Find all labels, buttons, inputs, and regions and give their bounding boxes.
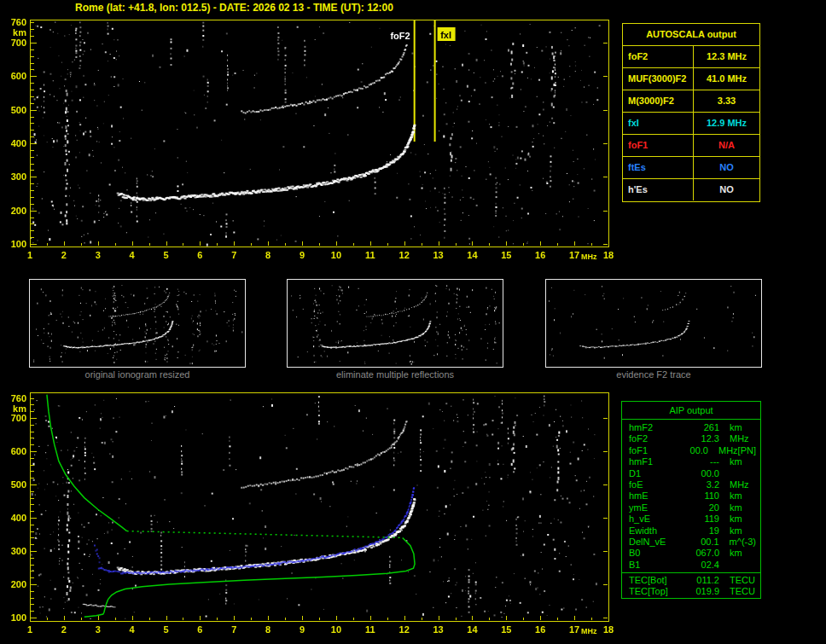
ionogram-plot-canvas — [0, 14, 619, 270]
parameter-label: B1 — [622, 560, 683, 571]
parameter-note — [756, 525, 760, 537]
parameter-note — [756, 422, 760, 433]
parameter-label: ymE — [622, 502, 683, 513]
parameter-value: 19 — [683, 525, 719, 537]
parameter-note — [756, 586, 760, 597]
thumbnail-f2-trace-evidence — [545, 279, 762, 368]
parameter-label: hmE — [622, 490, 683, 502]
aip-table-row: hmF1 --- km — [622, 456, 760, 467]
parameter-value: 12.9 MHz — [693, 113, 759, 134]
aip-table-row: D1 00.0 — [622, 468, 760, 479]
aip-table-row: TEC[Top] 019.9 TECU — [622, 586, 760, 597]
parameter-unit: km — [719, 548, 742, 559]
aip-table-row: foF2 12.3 MHz — [622, 433, 760, 444]
parameter-value: 20 — [683, 502, 719, 513]
thumbnail-multiple-reflections-removed — [287, 279, 503, 368]
parameter-unit: m^(-3) — [719, 537, 756, 548]
parameter-note — [756, 468, 760, 479]
parameter-value: N/A — [693, 135, 759, 156]
parameter-value: 011.2 — [683, 575, 719, 586]
autoscala-table-header: AUTOSCALA output — [623, 24, 759, 46]
autoscala-app: Rome (lat: +41.8, lon: 012.5) - DATE: 20… — [0, 0, 826, 644]
parameter-value: 12.3 — [683, 433, 719, 444]
page-title: Rome (lat: +41.8, lon: 012.5) - DATE: 20… — [75, 2, 393, 14]
autoscala-table-row: foF1 N/A — [623, 135, 759, 157]
aip-table-header: AIP output — [622, 402, 760, 420]
aip-table-row: h_vE 119 km — [622, 513, 760, 525]
autoscala-table-row: foF2 12.3 MHz — [623, 46, 759, 68]
parameter-note — [756, 479, 760, 490]
parameter-label: hmF1 — [622, 456, 683, 467]
parameter-label: M(3000)F2 — [623, 90, 693, 112]
parameter-label: foE — [622, 479, 683, 490]
parameter-label: TEC[Bot] — [622, 575, 683, 586]
parameter-label: h'Es — [623, 179, 693, 200]
parameter-value: --- — [683, 456, 719, 467]
autoscala-table-row: h'Es NO — [623, 179, 759, 200]
aip-output-table: AIP output hmF2 261 km foF2 12.3 MHz foF… — [621, 401, 761, 599]
parameter-value: 3.2 — [683, 479, 719, 490]
parameter-unit: TECU — [719, 575, 755, 586]
parameter-unit: km — [719, 513, 742, 525]
aip-table-row: hmF2 261 km — [622, 422, 760, 433]
parameter-value: 00.0 — [683, 468, 719, 479]
parameter-note — [756, 575, 760, 586]
autoscala-table-row: ftEs NO — [623, 157, 759, 179]
aip-table-row: Ewidth 19 km — [622, 525, 760, 537]
parameter-note — [756, 548, 760, 559]
parameter-label: D1 — [622, 468, 683, 479]
parameter-note — [756, 537, 760, 548]
thumbnail-caption: evidence F2 trace — [545, 369, 762, 380]
aip-table-row: B0 067.0 km — [622, 548, 760, 559]
aip-table-row: TEC[Bot] 011.2 TECU — [622, 575, 760, 586]
parameter-label: ftEs — [623, 157, 693, 178]
parameter-label: Ewidth — [622, 525, 683, 537]
thumbnail-caption: original ionogram resized — [29, 369, 246, 380]
parameter-value: 12.3 MHz — [693, 46, 759, 67]
parameter-value: 41.0 MHz — [693, 68, 759, 90]
parameter-value: 00.1 — [683, 537, 719, 548]
thumbnail-caption: eliminate multiple reflections — [287, 369, 503, 380]
parameter-note — [756, 560, 760, 571]
parameter-unit: MHz — [719, 479, 749, 490]
parameter-unit: MHz — [708, 445, 738, 456]
parameter-note — [756, 433, 760, 444]
parameter-note: [PN] — [738, 445, 760, 456]
parameter-value: 067.0 — [683, 548, 719, 559]
aip-table-row: foE 3.2 MHz — [622, 479, 760, 490]
parameter-note — [756, 456, 760, 467]
parameter-note — [756, 502, 760, 513]
parameter-label: MUF(3000)F2 — [623, 68, 693, 90]
parameter-value: 261 — [683, 422, 719, 433]
parameter-label: foF2 — [622, 433, 683, 444]
parameter-label: fxI — [623, 113, 693, 134]
autoscala-output-table: AUTOSCALA output foF2 12.3 MHz MUF(3000)… — [622, 23, 760, 202]
autoscala-table-row: MUF(3000)F2 41.0 MHz — [623, 68, 759, 90]
parameter-value: 3.33 — [693, 90, 759, 112]
parameter-label: B0 — [622, 548, 683, 559]
parameter-unit: TECU — [719, 586, 755, 597]
parameter-value: NO — [693, 157, 759, 178]
parameter-label: DelN_vE — [622, 537, 683, 548]
aip-table-row: DelN_vE 00.1 m^(-3) — [622, 537, 760, 548]
parameter-unit — [719, 560, 730, 571]
parameter-value: 119 — [683, 513, 719, 525]
parameter-value: 00.0 — [677, 445, 708, 456]
profile-plot-canvas — [0, 388, 619, 644]
parameter-label: foF1 — [622, 445, 677, 456]
parameter-label: TEC[Top] — [622, 586, 683, 597]
aip-table-row: B1 02.4 — [622, 560, 760, 571]
parameter-unit: MHz — [719, 433, 749, 444]
autoscala-table-row: M(3000)F2 3.33 — [623, 90, 759, 113]
parameter-value: 02.4 — [683, 560, 719, 571]
parameter-value: 019.9 — [683, 586, 719, 597]
parameter-unit — [719, 468, 730, 479]
parameter-unit: km — [719, 422, 742, 433]
aip-table-body: hmF2 261 km foF2 12.3 MHz foF1 00.0 MHz … — [622, 420, 760, 572]
aip-table-row: foF1 00.0 MHz [PN] — [622, 445, 760, 456]
autoscala-table-row: fxI 12.9 MHz — [623, 113, 759, 135]
parameter-value: 110 — [683, 490, 719, 502]
thumbnail-original-ionogram — [29, 279, 246, 368]
parameter-unit: km — [719, 456, 742, 467]
parameter-note — [756, 513, 760, 525]
